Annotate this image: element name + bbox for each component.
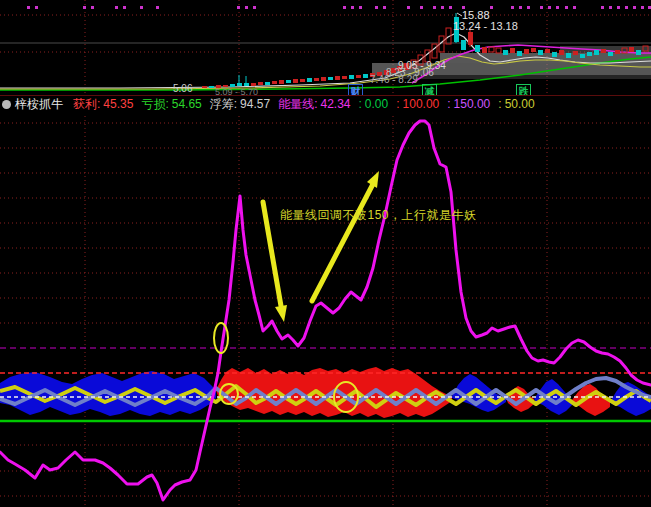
indicator-field-label: 能量线:: [278, 97, 317, 111]
price-label: 13.24 - 13.18: [453, 20, 518, 32]
signal-dot: [527, 6, 530, 9]
indicator-field-value: 50.00: [505, 97, 535, 111]
candle-cyan: [209, 86, 214, 88]
chart-canvas[interactable]: [0, 0, 651, 507]
candle-cyan: [517, 51, 522, 56]
indicator-field-label: :: [396, 97, 399, 111]
candle-red: [601, 49, 606, 53]
indicator-field-label: :: [359, 97, 362, 111]
candle-red: [629, 47, 634, 52]
indicator-field: :50.00: [498, 97, 534, 111]
candle-cyan: [307, 78, 312, 82]
signal-dot: [420, 6, 423, 9]
candle-red: [482, 47, 487, 53]
signal-dot: [548, 6, 551, 9]
candle-cyan: [286, 80, 291, 83]
signal-dot: [383, 6, 386, 9]
candle-red: [335, 76, 340, 80]
signal-dot: [601, 6, 604, 9]
candle-red-hollow: [432, 44, 437, 58]
speaker-dot-icon: [2, 100, 11, 109]
pullback-arrow-down-head: [275, 305, 287, 322]
indicator-field: :0.00: [359, 97, 389, 111]
signal-dot: [91, 6, 94, 9]
signal-dot: [565, 6, 568, 9]
signal-dot: [351, 6, 354, 9]
candle-red: [251, 83, 256, 86]
candle-red: [279, 80, 284, 84]
rally-arrow-up-head: [367, 171, 379, 188]
indicator-field: :100.00: [396, 97, 439, 111]
indicator-field: 浮筹:94.57: [210, 97, 270, 111]
signal-dot: [375, 6, 378, 9]
signal-dot: [625, 6, 628, 9]
signal-dot: [633, 6, 636, 9]
signal-dot: [237, 6, 240, 9]
candle-red: [531, 48, 536, 52]
signal-dot: [245, 6, 248, 9]
signal-dot: [27, 6, 30, 9]
indicator-field-value: 94.57: [240, 97, 270, 111]
candle-red: [202, 86, 207, 88]
signal-dot: [83, 6, 86, 9]
indicator-field-label: 获利:: [73, 97, 100, 111]
indicator-field: :150.00: [447, 97, 490, 111]
candle-red-hollow: [489, 47, 494, 52]
indicator-values: 获利:45.35亏损:54.65浮筹:94.57能量线:42.34:0.00:1…: [73, 96, 543, 113]
candle-red: [342, 76, 347, 79]
energy-line: [0, 121, 651, 500]
indicator-title[interactable]: 梓桉抓牛: [15, 96, 63, 113]
candle-red: [272, 81, 277, 84]
candle-red: [356, 75, 361, 78]
signal-dot: [115, 6, 118, 9]
candle-cyan: [328, 77, 333, 80]
rally-arrow-up: [312, 184, 373, 301]
indicator-field-value: 42.34: [320, 97, 350, 111]
candle-cyan: [594, 50, 599, 55]
candle-cyan: [566, 53, 571, 58]
signal-dot: [343, 6, 346, 9]
candle-red: [615, 50, 620, 54]
indicator-field: 能量线:42.34: [278, 97, 350, 111]
signal-dot: [573, 6, 576, 9]
candle-red: [468, 32, 473, 45]
indicator-field: 获利:45.35: [73, 97, 133, 111]
indicator-field-value: 0.00: [365, 97, 388, 111]
indicator-field-label: :: [498, 97, 501, 111]
indicator-field-label: :: [447, 97, 450, 111]
candle-cyan: [363, 74, 368, 78]
signal-dot: [359, 6, 362, 9]
signal-dot: [449, 6, 452, 9]
indicator-field-label: 亏损:: [141, 97, 168, 111]
candle-red: [258, 82, 263, 85]
signal-dot: [556, 6, 559, 9]
candle-red: [573, 51, 578, 55]
price-label: 7.46 - 8.29: [370, 74, 418, 85]
signal-dot: [641, 6, 644, 9]
signal-dot: [35, 6, 38, 9]
candle-red: [321, 77, 326, 81]
signal-dot: [407, 6, 410, 9]
annotation-text: 能量线回调不破150，上行就是牛妖: [280, 207, 477, 224]
candle-red: [510, 48, 515, 53]
candle-cyan: [580, 54, 585, 58]
signal-dot: [511, 6, 514, 9]
candle-red: [300, 79, 305, 82]
candle-cyan: [349, 75, 354, 79]
candle-red: [314, 78, 319, 81]
signal-dot: [123, 6, 126, 9]
candle-red: [524, 49, 529, 54]
indicator-field: 亏损:54.65: [141, 97, 201, 111]
candle-cyan: [265, 82, 270, 85]
indicator-field-label: 浮筹:: [210, 97, 237, 111]
candle-cyan: [503, 50, 508, 55]
pullback-arrow-down: [263, 202, 281, 306]
indicator-field-value: 150.00: [454, 97, 491, 111]
candle-cyan: [244, 83, 249, 86]
candle-cyan: [237, 83, 242, 86]
signal-dot: [253, 6, 256, 9]
signal-dot: [609, 6, 612, 9]
candle-red: [545, 49, 550, 53]
signal-dot: [617, 6, 620, 9]
candle-cyan: [461, 40, 466, 50]
